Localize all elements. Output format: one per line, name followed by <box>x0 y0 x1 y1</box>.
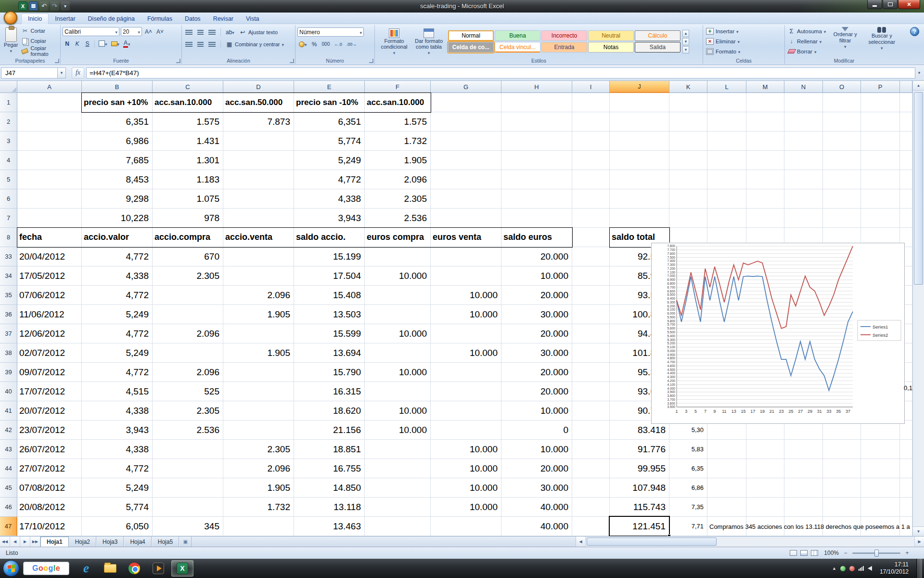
tray-status-green-icon[interactable] <box>840 566 846 571</box>
ribbon-tab-diseño-de-página[interactable]: Diseño de página <box>82 14 141 24</box>
ribbon-tab-vista[interactable]: Vista <box>240 14 266 24</box>
cell-F5[interactable]: 2.096 <box>365 170 431 189</box>
cell-E41[interactable]: 18.620 <box>294 401 365 420</box>
cell-O44[interactable] <box>823 459 861 478</box>
cell-H36[interactable]: 30.000 <box>501 305 572 324</box>
cell-I2[interactable] <box>572 112 610 131</box>
column-header-P[interactable]: P <box>861 81 900 93</box>
cell-C40[interactable]: 525 <box>153 382 223 401</box>
scroll-left-icon[interactable]: ◀ <box>576 537 586 547</box>
row-header-47[interactable]: 47 <box>0 517 17 536</box>
cell-A42[interactable]: 23/07/2012 <box>17 420 82 440</box>
cell-B41[interactable]: 4,338 <box>82 401 153 420</box>
row-header-4[interactable]: 4 <box>0 151 17 170</box>
cell-H47[interactable]: 40.000 <box>501 517 572 536</box>
cell-F34[interactable]: 10.000 <box>365 266 431 286</box>
cell-O3[interactable] <box>823 131 861 151</box>
cell-M46[interactable] <box>746 498 784 517</box>
cell-N7[interactable] <box>784 209 823 228</box>
cell-A33[interactable]: 20/04/2012 <box>17 247 82 266</box>
cell-M1[interactable] <box>746 93 784 112</box>
cell-B40[interactable]: 4,515 <box>82 382 153 401</box>
cell-I7[interactable] <box>572 209 610 228</box>
cell-G36[interactable]: 10.000 <box>431 305 501 324</box>
cell-H40[interactable]: 20.000 <box>501 382 572 401</box>
cell-G33[interactable] <box>431 247 501 266</box>
column-header-A[interactable]: A <box>17 81 82 93</box>
column-header-K[interactable]: K <box>669 81 707 93</box>
cell-C45[interactable] <box>153 478 223 498</box>
cell-F1[interactable]: acc.san.10.000 <box>365 93 431 112</box>
column-header-D[interactable]: D <box>223 81 294 93</box>
cell-I39[interactable] <box>572 363 610 382</box>
cell-E3[interactable]: 5,774 <box>294 131 365 151</box>
cell-C39[interactable]: 2.096 <box>153 363 223 382</box>
cell-H43[interactable]: 10.000 <box>501 440 572 459</box>
cell-L5[interactable] <box>707 170 746 189</box>
clear-button[interactable]: Borrar <box>787 46 827 56</box>
cell-C36[interactable] <box>153 305 223 324</box>
cell-D34[interactable] <box>223 266 294 286</box>
zoom-slider[interactable] <box>852 552 900 554</box>
cell-G44[interactable]: 10.000 <box>431 459 501 478</box>
cell-D4[interactable] <box>223 151 294 170</box>
cell-H35[interactable]: 20.000 <box>501 286 572 305</box>
cell-H38[interactable]: 30.000 <box>501 343 572 363</box>
cell-B33[interactable]: 4,772 <box>82 247 153 266</box>
decrease-decimal-button[interactable]: .00→ <box>345 39 359 49</box>
align-center-button[interactable] <box>196 40 205 49</box>
cell-H6[interactable] <box>501 189 572 209</box>
maximize-button[interactable] <box>883 0 898 9</box>
column-header-B[interactable]: B <box>82 81 153 93</box>
cell-F8[interactable]: euros compra <box>365 228 431 247</box>
cell-I37[interactable] <box>572 324 610 343</box>
cell-C2[interactable]: 1.575 <box>153 112 223 131</box>
cell-G39[interactable] <box>431 363 501 382</box>
previous-sheet-button[interactable]: ◀ <box>10 537 20 547</box>
cell-O46[interactable] <box>823 498 861 517</box>
cell-B47[interactable]: 6,050 <box>82 517 153 536</box>
next-sheet-button[interactable]: ▶ <box>20 537 30 547</box>
row-header-42[interactable]: 42 <box>0 420 17 440</box>
row-header-37[interactable]: 37 <box>0 324 17 343</box>
cell-D35[interactable]: 2.096 <box>223 286 294 305</box>
cell-D42[interactable] <box>223 420 294 440</box>
cell-D3[interactable] <box>223 131 294 151</box>
cell-J6[interactable] <box>610 189 669 209</box>
cell-C44[interactable] <box>153 459 223 478</box>
cell-N6[interactable] <box>784 189 823 209</box>
active-cell-selection[interactable] <box>609 516 670 536</box>
cell-style-incorrecto[interactable]: Incorrecto <box>541 30 587 41</box>
cell-D46[interactable]: 1.732 <box>223 498 294 517</box>
cell-F35[interactable] <box>365 286 431 305</box>
cell-D44[interactable]: 2.096 <box>223 459 294 478</box>
align-right-button[interactable] <box>207 40 217 49</box>
cell-A35[interactable]: 07/06/2012 <box>17 286 82 305</box>
column-header-C[interactable]: C <box>153 81 223 93</box>
font-size-select[interactable]: 20 <box>121 27 142 36</box>
cell-I42[interactable] <box>572 420 610 440</box>
cell-P46[interactable] <box>861 498 900 517</box>
taskbar-media-player-icon[interactable] <box>147 560 169 577</box>
cell-P6[interactable] <box>861 189 900 209</box>
cell-A3[interactable] <box>17 131 82 151</box>
cell-G35[interactable]: 10.000 <box>431 286 501 305</box>
cell-G47[interactable] <box>431 517 501 536</box>
row-header-40[interactable]: 40 <box>0 382 17 401</box>
row-header-7[interactable]: 7 <box>0 209 17 228</box>
save-icon[interactable] <box>29 1 38 11</box>
cell-C46[interactable] <box>153 498 223 517</box>
cell-G8[interactable]: euros venta <box>431 228 501 247</box>
cell-H33[interactable]: 20.000 <box>501 247 572 266</box>
cell-I41[interactable] <box>572 401 610 420</box>
cell-N44[interactable] <box>784 459 823 478</box>
format-cells-button[interactable]: Formato <box>705 46 783 56</box>
comma-format-button[interactable]: 000 <box>321 39 332 49</box>
embedded-chart[interactable]: 3.5003.6003.7003.8003.9004.0004.1004.200… <box>651 243 905 424</box>
cell-P44[interactable] <box>861 459 900 478</box>
column-header-F[interactable]: F <box>365 81 431 93</box>
cell-D8[interactable]: accio.venta <box>223 228 294 247</box>
cell-G3[interactable] <box>431 131 501 151</box>
cell-I4[interactable] <box>572 151 610 170</box>
cell-H1[interactable] <box>501 93 572 112</box>
